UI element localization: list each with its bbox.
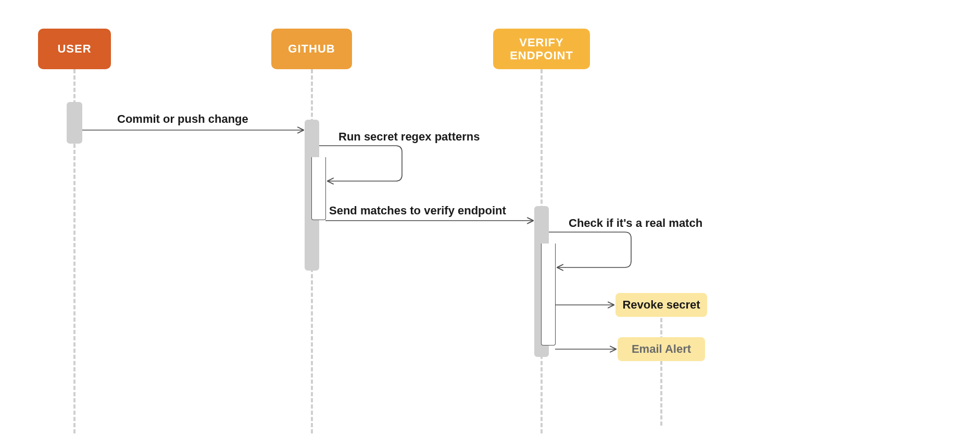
msg-send-label: Send matches to verify endpoint [329, 204, 506, 218]
result-email: Email Alert [618, 337, 705, 361]
participant-verify: VERIFY ENDPOINT [493, 29, 590, 69]
arrows-overlay [0, 0, 980, 435]
arrow-check-self [549, 232, 631, 267]
msg-commit-label: Commit or push change [117, 112, 248, 126]
result-revoke: Revoke secret [615, 293, 707, 317]
lifeline-results [660, 306, 662, 426]
msg-check-label: Check if it's a real match [569, 216, 702, 230]
arrow-regex-self [319, 146, 402, 181]
selfcall-verify-box [541, 244, 556, 346]
result-revoke-label: Revoke secret [622, 298, 700, 312]
selfcall-github-box [311, 157, 326, 220]
sequence-diagram: USER GITHUB VERIFY ENDPOINT Revoke secre… [0, 0, 980, 435]
activation-user [67, 102, 82, 144]
participant-github-label: GITHUB [288, 42, 335, 56]
participant-verify-label: VERIFY ENDPOINT [498, 36, 585, 62]
result-email-label: Email Alert [632, 342, 691, 356]
participant-user-label: USER [57, 42, 91, 56]
participant-user: USER [38, 29, 111, 69]
participant-github: GITHUB [271, 29, 352, 69]
msg-regex-label: Run secret regex patterns [338, 130, 480, 144]
